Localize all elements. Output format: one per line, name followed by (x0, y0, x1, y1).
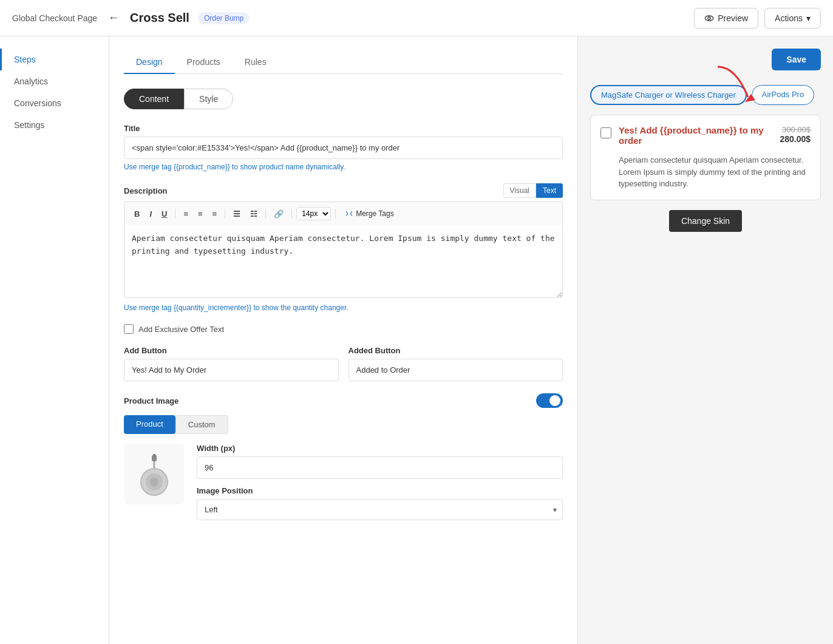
back-button[interactable]: ← (106, 9, 121, 27)
content-style-toggle: Content Style (124, 89, 563, 109)
description-field-group: Description Visual Text B I U (124, 183, 563, 312)
tab-products[interactable]: Products (175, 51, 233, 74)
sidebar-item-analytics[interactable]: Analytics (0, 70, 109, 92)
app-title: Global Checkout Page (12, 13, 97, 23)
added-button-input[interactable] (348, 359, 563, 381)
exclusive-offer-checkbox[interactable] (124, 324, 134, 334)
add-button-group: Add Button (124, 346, 339, 381)
product-custom-tabs: Product Custom (124, 415, 563, 434)
list-ul-button[interactable]: ☰ (229, 208, 244, 220)
button-fields-row: Add Button Added Button (124, 346, 563, 381)
content-area: Design Products Rules Content Style (109, 36, 833, 644)
eye-icon (704, 13, 714, 23)
toolbar-separator-2 (225, 209, 225, 219)
editor-tabs: Design Products Rules (124, 51, 563, 74)
main-layout: Steps Analytics Conversions Settings Des… (0, 36, 833, 644)
editor-panel: Design Products Rules Content Style (109, 36, 578, 644)
save-button[interactable]: Save (772, 49, 821, 70)
product-image-svg (127, 447, 182, 501)
sidebar-item-conversions[interactable]: Conversions (0, 92, 109, 114)
preview-panel: Save MagSafe Charger or Wireless Charger… (578, 36, 833, 644)
change-skin-container: Change Skin (590, 210, 821, 232)
style-toggle-button[interactable]: Style (184, 89, 233, 109)
sidebar: Steps Analytics Conversions Settings (0, 36, 109, 644)
visual-text-toggle: Visual Text (503, 183, 563, 198)
chevron-down-icon: ▾ (806, 13, 811, 23)
change-skin-button[interactable]: Change Skin (669, 210, 742, 232)
bump-card: Yes! Add {{product_name}} to my order 30… (590, 115, 821, 200)
underline-button[interactable]: U (158, 208, 171, 220)
product-image-header: Product Image (124, 393, 563, 408)
list-ol-button[interactable]: ☷ (246, 208, 261, 220)
bump-old-price: 300.00$ (780, 125, 811, 134)
sidebar-item-settings[interactable]: Settings (0, 114, 109, 136)
desc-hint: Use merge tag {{quantity_incrementer}} t… (124, 303, 563, 312)
text-mode-button[interactable]: Text (536, 183, 563, 198)
product-tab[interactable]: Product (124, 415, 175, 434)
order-bump-badge: Order Bump (198, 12, 250, 24)
align-left-button[interactable]: ≡ (180, 208, 192, 220)
title-input[interactable] (124, 137, 563, 159)
add-button-label: Add Button (124, 346, 339, 355)
svg-rect-6 (153, 454, 155, 456)
actions-button[interactable]: Actions ▾ (764, 8, 821, 29)
custom-tab[interactable]: Custom (175, 415, 228, 434)
exclusive-offer-row: Add Exclusive Offer Text (124, 324, 563, 334)
font-size-select[interactable]: 14px12px16px18px (296, 207, 331, 220)
add-button-input[interactable] (124, 359, 339, 381)
header-right: Preview Actions ▾ (694, 8, 821, 29)
preview-button[interactable]: Preview (694, 8, 758, 29)
merge-tags-icon (345, 209, 353, 218)
toolbar-separator-5 (335, 209, 336, 219)
italic-button[interactable]: I (146, 208, 155, 220)
toolbar-separator-1 (175, 209, 175, 219)
bump-price-column: 300.00$ 280.00$ (780, 125, 811, 144)
width-label: Width (px) (197, 444, 563, 453)
image-fields: Width (px) Image Position Left Right Top (197, 444, 563, 520)
image-settings-row: Width (px) Image Position Left Right Top (124, 444, 563, 520)
header-left: Global Checkout Page ← Cross Sell Order … (12, 9, 250, 27)
align-center-button[interactable]: ≡ (194, 208, 206, 220)
bump-new-price: 280.00$ (780, 134, 811, 144)
width-input[interactable] (197, 456, 563, 479)
product-image-label: Product Image (124, 396, 178, 405)
bump-card-checkbox[interactable] (600, 127, 611, 138)
tab-design[interactable]: Design (124, 51, 175, 74)
merge-tags-button[interactable]: Merge Tags (340, 208, 398, 220)
added-button-group: Added Button (348, 346, 563, 381)
bump-title-column: Yes! Add {{product_name}} to my order (619, 125, 772, 148)
title-label: Title (124, 124, 563, 133)
bump-card-title: Yes! Add {{product_name}} to my order (619, 125, 772, 146)
sidebar-item-steps[interactable]: Steps (0, 49, 109, 70)
toolbar-separator-3 (265, 209, 266, 219)
title-hint: Use merge tag {{product_name}} to show p… (124, 163, 563, 171)
product-selector: MagSafe Charger or Wireless Charger AirP… (590, 85, 821, 105)
bump-card-header: Yes! Add {{product_name}} to my order 30… (600, 125, 811, 148)
link-button[interactable]: 🔗 (270, 208, 287, 220)
preview-label: Preview (718, 13, 748, 23)
product-chip-airpods[interactable]: AirPods Pro (752, 85, 814, 105)
product-image-group: Product Image Product Custom (124, 393, 563, 520)
toolbar-separator-4 (291, 209, 292, 219)
svg-point-1 (708, 17, 710, 19)
product-image-toggle[interactable] (536, 393, 563, 408)
product-image-preview (124, 444, 185, 504)
bold-button[interactable]: B (131, 208, 143, 220)
image-position-group: Image Position Left Right Top Bottom (197, 486, 563, 520)
toggle-slider (536, 393, 563, 408)
added-button-label: Added Button (348, 346, 563, 355)
visual-mode-button[interactable]: Visual (503, 183, 536, 198)
width-field-group: Width (px) (197, 444, 563, 479)
bump-card-description: Aperiam consectetur quisquam Aperiam con… (600, 154, 811, 190)
svg-point-4 (150, 478, 158, 486)
tab-rules[interactable]: Rules (233, 51, 279, 74)
image-position-label: Image Position (197, 486, 563, 495)
exclusive-offer-label[interactable]: Add Exclusive Offer Text (138, 325, 224, 334)
page-title: Cross Sell (130, 11, 189, 25)
red-arrow-indicator (712, 61, 760, 111)
content-toggle-button[interactable]: Content (124, 89, 184, 109)
image-position-select[interactable]: Left Right Top Bottom (197, 499, 563, 520)
description-toolbar: B I U ≡ ≡ ≡ ☰ ☷ 🔗 14px12px16px18px (124, 202, 563, 225)
description-textarea[interactable]: Aperiam consectetur quisquam Aperiam con… (124, 225, 563, 298)
align-right-button[interactable]: ≡ (209, 208, 221, 220)
